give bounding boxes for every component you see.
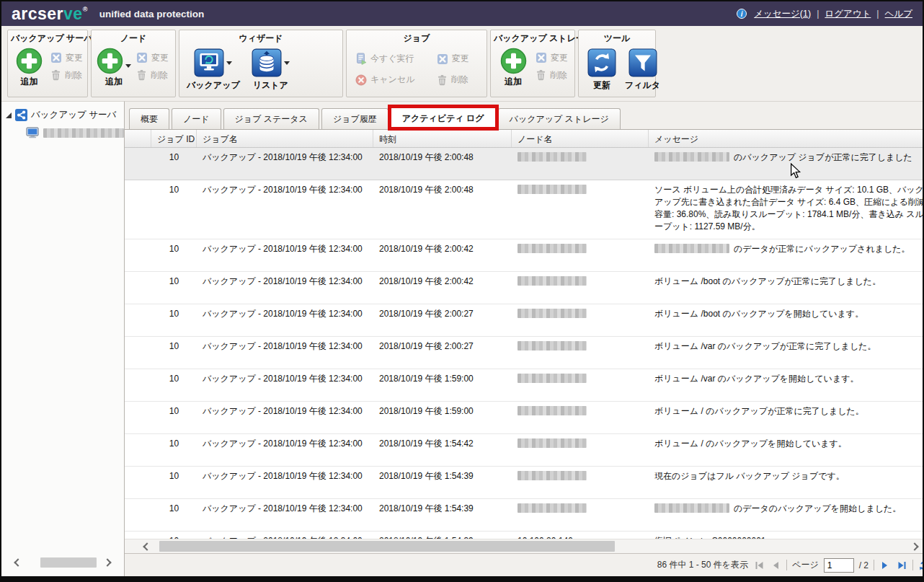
- cell-job-id: 10: [151, 239, 197, 271]
- trash-icon: [536, 69, 546, 81]
- cell-job-id: 10: [151, 304, 197, 336]
- scroll-right-button[interactable]: [101, 556, 117, 569]
- filter-button[interactable]: フィルタ: [625, 48, 660, 92]
- scroll-left-button[interactable]: [138, 539, 154, 553]
- help-link[interactable]: ヘルプ: [885, 8, 912, 20]
- tab-2[interactable]: ジョブ ステータス: [223, 108, 319, 129]
- cell-job-name: バックアップ - 2018/10/19 午後 12:34:00: [197, 369, 373, 401]
- job-cancel-button: キャンセル: [355, 74, 425, 86]
- scroll-right-button[interactable]: [908, 539, 924, 553]
- tab-1[interactable]: ノード: [172, 108, 221, 129]
- tab-0[interactable]: 概要: [129, 108, 169, 129]
- tree-node-backup-servers[interactable]: バックアップ サーバ: [1, 102, 124, 121]
- redacted-text: [654, 152, 729, 162]
- cell-node-name: [512, 337, 649, 369]
- group-tools: ツール 更新: [578, 30, 656, 97]
- cell-node-name: [512, 239, 649, 271]
- cell-node-name: [512, 272, 649, 304]
- tree-node-server[interactable]: [26, 127, 124, 138]
- table-row[interactable]: 10 バックアップ - 2018/10/19 午後 12:34:00 2018/…: [125, 402, 924, 434]
- header-time[interactable]: 時刻: [373, 130, 512, 147]
- table-row[interactable]: 10 バックアップ - 2018/10/19 午後 12:34:00 2018/…: [125, 239, 924, 272]
- cell-message: ボリューム / のバックアップが正常に完了しました。: [649, 402, 924, 433]
- cell-job-name: バックアップ - 2018/10/19 午後 12:34:00: [197, 180, 373, 239]
- table-row[interactable]: 10 バックアップ - 2018/10/19 午後 12:34:00 2018/…: [125, 532, 924, 539]
- table-row[interactable]: 10 バックアップ - 2018/10/19 午後 12:34:00 2018/…: [125, 148, 924, 180]
- table-row[interactable]: 10 バックアップ - 2018/10/19 午後 12:34:00 2018/…: [125, 499, 924, 532]
- cell-message: ボリューム /boot のバックアップを開始しています。: [649, 304, 924, 336]
- cell-job-name: バックアップ - 2018/10/19 午後 12:34:00: [197, 402, 373, 433]
- cell-time: 2018/10/19 午後 2:00:48: [373, 148, 512, 180]
- tab-label: 概要: [141, 113, 158, 125]
- arcserve-logo: arcserve®: [12, 6, 88, 22]
- refresh-icon: [587, 48, 616, 77]
- product-subtitle: unified data protection: [99, 9, 205, 19]
- next-page-icon: [881, 561, 889, 570]
- table-row[interactable]: 10 バックアップ - 2018/10/19 午後 12:34:00 2018/…: [125, 337, 924, 369]
- separator: [912, 560, 913, 570]
- tree-expander-icon[interactable]: [6, 113, 12, 118]
- cell-job-name: バックアップ - 2018/10/19 午後 12:34:00: [197, 434, 373, 466]
- last-page-icon: [897, 561, 907, 570]
- chevron-left-icon: [14, 558, 22, 566]
- table-horizontal-scrollbar[interactable]: [125, 539, 924, 553]
- backup-storage-delete-button: 削除: [536, 69, 568, 81]
- restore-wizard-button[interactable]: リストア: [252, 48, 290, 92]
- group-title: ツール: [579, 30, 655, 45]
- header-job-id[interactable]: ジョブ ID: [151, 130, 197, 147]
- logout-link[interactable]: ログアウト: [825, 8, 871, 20]
- group-wizard: ウィザード: [179, 30, 343, 97]
- row-gutter: [125, 180, 151, 239]
- refresh-button[interactable]: 更新: [587, 48, 616, 92]
- tab-label: バックアップ ストレージ: [510, 113, 609, 125]
- tab-4[interactable]: アクティビティ ログ: [391, 107, 496, 129]
- group-title: ジョブ: [347, 30, 487, 45]
- row-gutter: [125, 369, 151, 401]
- table-header: ジョブ ID ジョブ名 時刻 ノード名 メッセージ: [125, 130, 924, 148]
- job-delete-button: 削除: [437, 74, 479, 86]
- table-row[interactable]: 10 バックアップ - 2018/10/19 午後 12:34:00 2018/…: [125, 180, 924, 239]
- table-row[interactable]: 10 バックアップ - 2018/10/19 午後 12:34:00 2018/…: [125, 304, 924, 337]
- cell-message: ボリューム / のバックアップを開始しています。: [649, 434, 924, 466]
- backup-wizard-button[interactable]: バックアップ: [187, 48, 240, 92]
- last-page-button[interactable]: [896, 560, 907, 571]
- redacted-text: [654, 244, 729, 253]
- scroll-left-button[interactable]: [9, 556, 25, 569]
- scrollbar-thumb[interactable]: [159, 541, 615, 552]
- cell-message: ボリューム /boot のバックアップが正常に完了しました。: [649, 272, 924, 304]
- page-input[interactable]: [824, 558, 854, 573]
- redacted-text: [517, 185, 587, 194]
- top-bar: arcserve® unified data protection i メッセー…: [1, 1, 923, 26]
- cell-job-name: バックアップ - 2018/10/19 午後 12:34:00: [197, 239, 373, 271]
- next-page-button[interactable]: [879, 560, 891, 571]
- header-message[interactable]: メッセージ: [649, 130, 924, 147]
- refresh-small-icon: [918, 560, 924, 571]
- modify-icon: [50, 52, 62, 63]
- row-gutter: [125, 239, 151, 271]
- cell-job-id: 10: [151, 499, 197, 531]
- row-gutter: [125, 434, 151, 466]
- scrollbar-thumb[interactable]: [40, 557, 97, 568]
- messages-link[interactable]: メッセージ(1): [754, 8, 811, 20]
- record-count-summary: 86 件中 1 - 50 件を表示: [657, 559, 748, 571]
- table-row[interactable]: 10 バックアップ - 2018/10/19 午後 12:34:00 2018/…: [125, 467, 924, 499]
- dropdown-caret-icon: [226, 61, 232, 65]
- chevron-right-icon: [910, 542, 918, 550]
- group-title: バックアップ サーバ: [8, 30, 87, 45]
- table-row[interactable]: 10 バックアップ - 2018/10/19 午後 12:34:00 2018/…: [125, 369, 924, 402]
- sidebar-horizontal-scrollbar[interactable]: [9, 556, 117, 569]
- refresh-grid-button[interactable]: [918, 560, 924, 571]
- prev-page-icon: [772, 561, 779, 570]
- header-job-name[interactable]: ジョブ名: [197, 130, 373, 147]
- backup-server-delete-button: 削除: [50, 69, 83, 81]
- backup-storage-add-button[interactable]: 追加: [497, 48, 530, 88]
- cell-message: ソース ボリューム上の合計処理済みデータ サイズ: 10.1 GB、バックアップ…: [649, 180, 924, 239]
- cell-job-name: バックアップ - 2018/10/19 午後 12:34:00: [197, 148, 373, 180]
- tab-5[interactable]: バックアップ ストレージ: [498, 108, 621, 129]
- header-node-name[interactable]: ノード名: [512, 130, 649, 147]
- table-row[interactable]: 10 バックアップ - 2018/10/19 午後 12:34:00 2018/…: [125, 434, 924, 467]
- node-add-button[interactable]: 追加: [97, 48, 130, 88]
- table-row[interactable]: 10 バックアップ - 2018/10/19 午後 12:34:00 2018/…: [125, 272, 924, 304]
- tab-3[interactable]: ジョブ履歴: [321, 108, 388, 129]
- backup-server-add-button[interactable]: 追加: [14, 48, 45, 88]
